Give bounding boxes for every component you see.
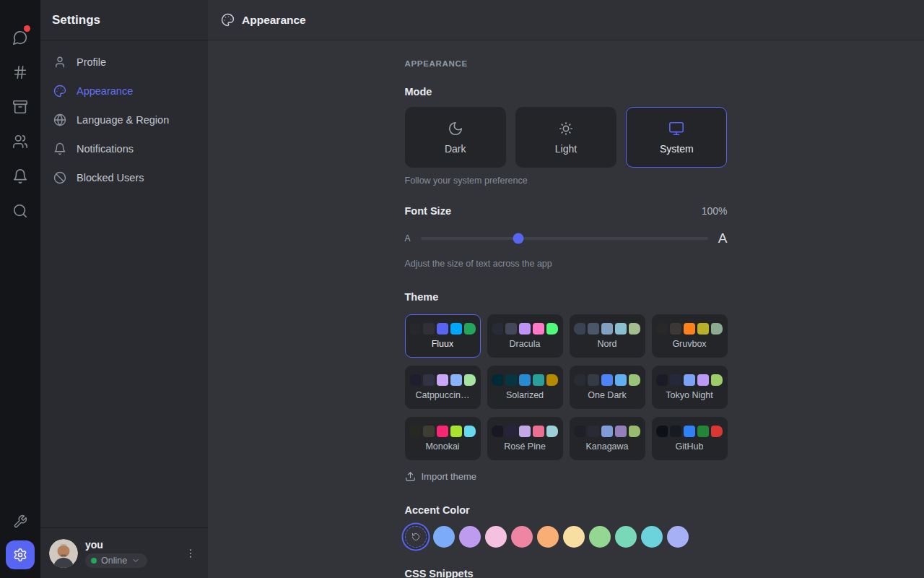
tools-icon-button[interactable] <box>0 507 40 536</box>
color-swatch <box>711 374 723 386</box>
theme-card-fluux[interactable]: Fluux <box>405 314 481 358</box>
channels-icon-button[interactable] <box>0 55 40 90</box>
accent-color-option-3[interactable] <box>485 526 507 548</box>
members-icon-button[interactable] <box>0 124 40 159</box>
theme-name: Monokai <box>425 441 459 452</box>
color-swatch <box>574 426 585 437</box>
color-swatch <box>546 426 558 437</box>
inbox-icon-button[interactable] <box>0 90 40 124</box>
accent-color-option-10[interactable] <box>667 526 689 548</box>
theme-card-kanagawa[interactable]: Kanagawa <box>570 417 645 460</box>
user-menu-button[interactable] <box>182 545 199 562</box>
status-selector[interactable]: Online <box>85 553 147 568</box>
theme-card-dracula[interactable]: Dracula <box>487 314 563 358</box>
current-user-info: you Online <box>85 539 175 568</box>
chat-bubble-icon <box>12 30 28 46</box>
theme-name: GitHub <box>676 441 704 452</box>
font-size-slider-track[interactable] <box>421 237 708 240</box>
mode-option-label: Dark <box>445 143 466 155</box>
theme-card-monokai[interactable]: Monokai <box>405 417 481 460</box>
kebab-menu-icon <box>185 548 196 559</box>
theme-swatches <box>574 323 640 335</box>
color-swatch <box>615 374 627 386</box>
page-title: Appearance <box>242 14 306 27</box>
settings-sidebar: Settings Profile Appearance Language & R… <box>40 0 208 578</box>
accent-color-option-9[interactable] <box>641 526 663 548</box>
import-theme-button[interactable]: Import theme <box>405 471 477 482</box>
palette-icon <box>221 13 235 27</box>
accent-color-option-2[interactable] <box>459 526 481 548</box>
color-swatch <box>437 426 448 437</box>
theme-swatches <box>492 374 558 386</box>
color-swatch <box>697 323 709 335</box>
sidebar-header: Settings <box>40 0 208 40</box>
font-size-slider: A A <box>405 230 728 246</box>
avatar[interactable] <box>49 539 78 568</box>
theme-name: Nord <box>597 339 616 349</box>
color-swatch <box>697 374 709 386</box>
sidebar-item-language-region[interactable]: Language & Region <box>46 105 202 134</box>
color-swatch <box>437 374 448 386</box>
color-swatch <box>464 323 476 335</box>
theme-name: Dracula <box>509 339 540 349</box>
sidebar-item-label: Blocked Users <box>77 172 144 184</box>
chevron-down-icon <box>131 556 140 565</box>
theme-grid: FluuxDraculaNordGruvboxCatppuccin…Solari… <box>405 314 728 460</box>
color-swatch <box>519 426 531 437</box>
sidebar-item-label: Profile <box>77 56 106 68</box>
color-swatch <box>588 323 599 335</box>
theme-card-tokyo-night[interactable]: Tokyo Night <box>652 366 728 409</box>
theme-card-nord[interactable]: Nord <box>570 314 645 358</box>
theme-swatches <box>574 426 640 437</box>
color-swatch <box>670 374 681 386</box>
main-panel: Appearance APPEARANCE Mode Dark Light Sy… <box>208 0 924 578</box>
color-swatch <box>601 374 613 386</box>
mode-option-dark[interactable]: Dark <box>405 107 506 168</box>
accent-color-option-7[interactable] <box>589 526 611 548</box>
settings-gear-button[interactable] <box>6 540 35 569</box>
sidebar-title: Settings <box>52 13 100 27</box>
theme-card-gruvbox[interactable]: Gruvbox <box>652 314 728 358</box>
color-swatch <box>423 374 435 386</box>
color-swatch <box>615 426 627 437</box>
font-size-title: Font Size <box>405 205 451 217</box>
accent-reset-button[interactable] <box>405 526 427 548</box>
settings-nav: Profile Appearance Language & Region Not… <box>40 40 208 199</box>
accent-color-option-6[interactable] <box>563 526 585 548</box>
accent-color-option-4[interactable] <box>511 526 533 548</box>
accent-color-option-5[interactable] <box>537 526 559 548</box>
mode-option-light[interactable]: Light <box>515 107 616 168</box>
theme-card-solarized[interactable]: Solarized <box>487 366 563 409</box>
mode-option-system[interactable]: System <box>626 107 727 168</box>
theme-name: Solarized <box>506 390 544 400</box>
sidebar-item-blocked-users[interactable]: Blocked Users <box>46 163 202 192</box>
chat-icon-button[interactable] <box>0 20 40 55</box>
color-swatch <box>615 323 627 335</box>
accent-color-option-1[interactable] <box>433 526 455 548</box>
users-icon <box>12 134 28 150</box>
font-size-slider-thumb[interactable] <box>513 233 523 244</box>
theme-card-github[interactable]: GitHub <box>652 417 728 460</box>
theme-title: Theme <box>405 291 728 303</box>
sidebar-item-appearance[interactable]: Appearance <box>46 77 202 105</box>
theme-swatches <box>409 323 476 335</box>
sidebar-item-profile[interactable]: Profile <box>46 48 202 77</box>
sidebar-item-notifications[interactable]: Notifications <box>46 134 202 163</box>
search-icon-button[interactable] <box>0 194 40 228</box>
ban-icon <box>53 171 66 184</box>
sun-icon <box>558 121 574 137</box>
accent-color-option-8[interactable] <box>615 526 637 548</box>
color-swatch <box>450 374 462 386</box>
online-status-dot <box>91 558 97 564</box>
theme-card-ros-pine[interactable]: Rosé Pine <box>487 417 563 460</box>
notification-badge <box>24 25 30 32</box>
app-rail <box>0 0 40 578</box>
theme-name: Gruvbox <box>672 339 706 349</box>
theme-card-catppuccin[interactable]: Catppuccin… <box>405 366 481 409</box>
notifications-icon-button[interactable] <box>0 159 40 194</box>
color-swatch <box>656 323 668 335</box>
color-swatch <box>546 323 558 335</box>
theme-card-one-dark[interactable]: One Dark <box>570 366 645 409</box>
settings-content: APPEARANCE Mode Dark Light System Follow… <box>208 40 924 578</box>
sidebar-item-label: Notifications <box>77 143 134 155</box>
